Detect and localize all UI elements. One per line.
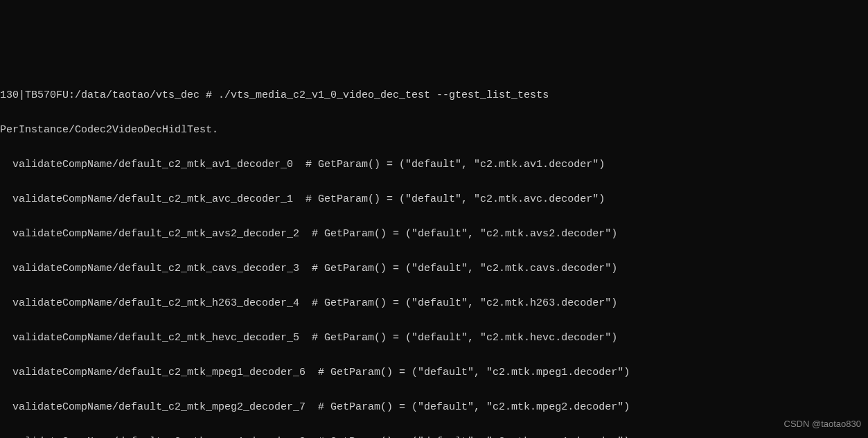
test-case-line: validateCompName/default_c2_mtk_avc_deco… — [0, 191, 868, 208]
test-case-line: validateCompName/default_c2_mtk_mpeg4_de… — [0, 433, 868, 438]
test-case-line: validateCompName/default_c2_mtk_avs2_dec… — [0, 225, 868, 243]
test-suite-name: PerInstance/Codec2VideoDecHidlTest. — [0, 121, 868, 139]
test-case-line: validateCompName/default_c2_mtk_h263_dec… — [0, 295, 868, 312]
test-case-line: validateCompName/default_c2_mtk_cavs_dec… — [0, 260, 868, 277]
test-case-line: validateCompName/default_c2_mtk_av1_deco… — [0, 156, 868, 173]
terminal-output[interactable]: 130|TB570FU:/data/taotao/vts_dec # ./vts… — [0, 69, 868, 438]
command-prompt-line: 130|TB570FU:/data/taotao/vts_dec # ./vts… — [0, 87, 868, 104]
test-case-line: validateCompName/default_c2_mtk_hevc_dec… — [0, 329, 868, 347]
watermark-text: CSDN @taotao830 — [784, 415, 861, 432]
test-case-line: validateCompName/default_c2_mtk_mpeg2_de… — [0, 398, 868, 416]
test-case-line: validateCompName/default_c2_mtk_mpeg1_de… — [0, 364, 868, 381]
